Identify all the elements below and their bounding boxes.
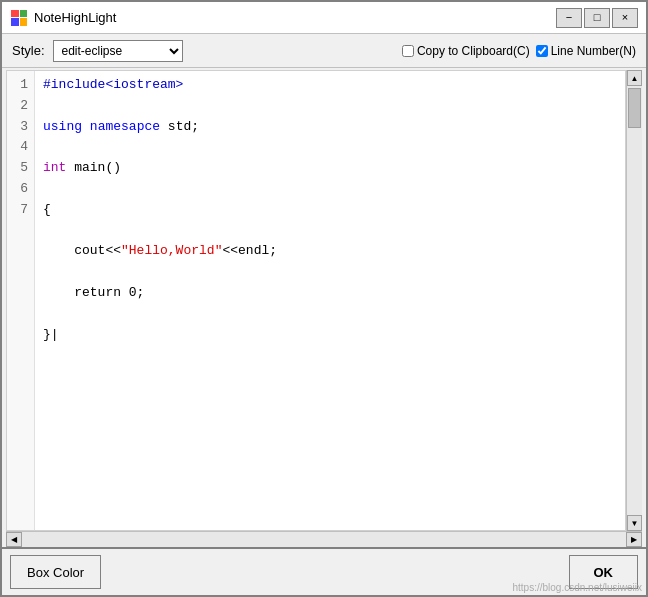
title-text: NoteHighLight [34, 10, 116, 25]
code-editor[interactable]: #include<iostream> using namesapce std; … [35, 71, 625, 530]
line-number-text: Line Number(N) [551, 44, 636, 58]
line-number-label[interactable]: Line Number(N) [536, 44, 636, 58]
scroll-right-button[interactable]: ▶ [626, 532, 642, 547]
main-window: NoteHighLight − □ × Style: edit-eclipse … [0, 0, 648, 597]
box-color-button[interactable]: Box Color [10, 555, 101, 589]
line-number-checkbox[interactable] [536, 45, 548, 57]
scroll-up-button[interactable]: ▲ [627, 70, 642, 86]
scroll-left-button[interactable]: ◀ [6, 532, 22, 547]
horizontal-scrollbar[interactable]: ◀ ▶ [6, 531, 642, 547]
maximize-button[interactable]: □ [584, 8, 610, 28]
toolbar: Style: edit-eclipse Copy to Clipboard(C)… [2, 34, 646, 68]
toolbar-right: Copy to Clipboard(C) Line Number(N) [402, 44, 636, 58]
vertical-scrollbar[interactable]: ▲ ▼ [626, 70, 642, 531]
copy-clipboard-text: Copy to Clipboard(C) [417, 44, 530, 58]
scroll-thumb-v[interactable] [628, 88, 641, 128]
close-button[interactable]: × [612, 8, 638, 28]
footer: Box Color OK https://blog.csdn.net/lusiw… [2, 547, 646, 595]
style-select[interactable]: edit-eclipse [53, 40, 183, 62]
scroll-track-h[interactable] [22, 532, 626, 547]
title-left: NoteHighLight [10, 9, 116, 27]
app-icon [10, 9, 28, 27]
copy-clipboard-checkbox[interactable] [402, 45, 414, 57]
style-label: Style: [12, 43, 45, 58]
title-bar: NoteHighLight − □ × [2, 2, 646, 34]
title-controls: − □ × [556, 8, 638, 28]
line-numbers: 1 2 3 4 5 6 7 [7, 71, 35, 530]
minimize-button[interactable]: − [556, 8, 582, 28]
scroll-down-button[interactable]: ▼ [627, 515, 642, 531]
copy-clipboard-label[interactable]: Copy to Clipboard(C) [402, 44, 530, 58]
watermark: https://blog.csdn.net/lusiweiix [512, 582, 642, 593]
scroll-track-v[interactable] [627, 86, 642, 515]
